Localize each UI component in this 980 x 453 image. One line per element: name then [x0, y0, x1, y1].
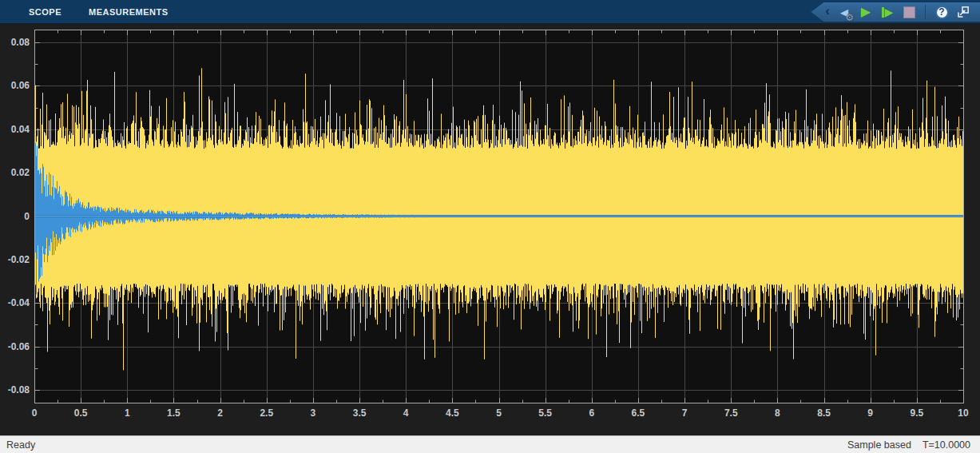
- tab-measurements[interactable]: MEASUREMENTS: [75, 0, 182, 23]
- x-tick-label: 1: [125, 407, 130, 419]
- collapse-chevron-icon[interactable]: ‹: [825, 3, 830, 19]
- x-tick-label: 8: [775, 407, 780, 419]
- x-tick-label: 9: [867, 407, 873, 419]
- step-back-button[interactable]: ◀ ⚙: [835, 3, 853, 21]
- y-tick-label: 0.04: [0, 124, 30, 135]
- waveform-canvas[interactable]: [34, 30, 964, 403]
- stop-button[interactable]: [900, 3, 918, 21]
- sample-mode-label: Sample based: [847, 439, 911, 451]
- y-tick-label: -0.06: [0, 341, 30, 352]
- stop-icon: [903, 6, 915, 18]
- simulation-time-label: T=10.0000: [922, 439, 970, 451]
- help-button[interactable]: ?: [933, 3, 950, 21]
- help-icon: ?: [935, 6, 949, 19]
- y-tick-label: -0.02: [0, 254, 30, 265]
- x-tick-label: 7: [682, 407, 688, 419]
- dock-button[interactable]: [954, 3, 972, 21]
- plot-region: 00.511.522.533.544.555.566.577.588.599.5…: [0, 23, 980, 435]
- run-button[interactable]: ▶: [857, 3, 875, 21]
- tab-scope[interactable]: SCOPE: [15, 0, 75, 23]
- step-forward-bar-icon: [882, 7, 884, 18]
- x-tick-label: 8.5: [817, 407, 831, 419]
- x-tick-label: 6: [589, 407, 594, 419]
- run-icon: ▶: [861, 6, 871, 18]
- x-tick-label: 2: [217, 407, 223, 419]
- status-right-group: Sample based T=10.0000: [847, 439, 974, 451]
- toolbar: SCOPE MEASUREMENTS ‹ ◀ ⚙ ▶ ▶ ?: [0, 0, 980, 24]
- y-tick-label: 0.02: [0, 167, 30, 178]
- x-tick-label: 6.5: [632, 407, 645, 419]
- x-tick-label: 3: [311, 407, 316, 419]
- y-tick-label: 0: [0, 211, 30, 222]
- x-tick-label: 3.5: [353, 407, 367, 419]
- dock-icon: [956, 5, 970, 19]
- gear-icon: ⚙: [845, 13, 854, 22]
- x-tick-label: 10: [958, 407, 968, 419]
- x-tick-label: 0.5: [74, 407, 88, 419]
- y-tick-label: -0.04: [0, 297, 30, 308]
- x-tick-label: 7.5: [724, 407, 738, 419]
- x-tick-label: 5.5: [538, 407, 552, 419]
- x-tick-label: 0: [32, 407, 38, 419]
- y-tick-label: -0.08: [0, 384, 30, 395]
- status-bar: Ready Sample based T=10.0000: [0, 435, 980, 453]
- toolbar-tabs: SCOPE MEASUREMENTS: [15, 0, 182, 23]
- x-tick-label: 4: [403, 407, 409, 419]
- x-tick-label: 9.5: [911, 407, 924, 419]
- step-forward-icon: ▶: [885, 6, 894, 18]
- x-tick-label: 4.5: [446, 407, 459, 419]
- x-tick-label: 1.5: [167, 407, 181, 419]
- x-tick-label: 2.5: [260, 407, 273, 419]
- x-tick-label: 5: [496, 407, 502, 419]
- step-forward-button[interactable]: ▶: [879, 3, 896, 21]
- quick-access-toolbar: ‹ ◀ ⚙ ▶ ▶ ?: [811, 2, 980, 22]
- toolbar-separator: [925, 5, 926, 19]
- y-tick-label: 0.06: [0, 80, 30, 91]
- y-tick-label: 0.08: [0, 37, 30, 48]
- status-message: Ready: [6, 439, 847, 451]
